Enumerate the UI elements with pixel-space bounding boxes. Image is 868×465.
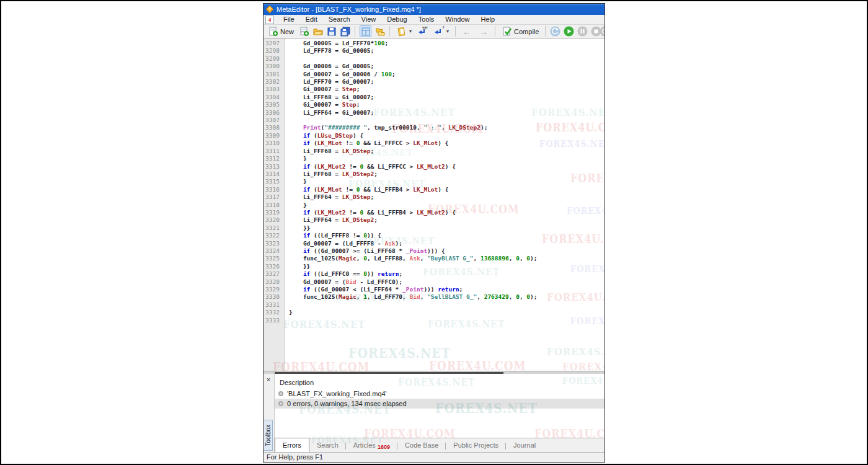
- code-area[interactable]: Gd_00005 = Ld_FFF70*100; Ld_FFF78 = Gd_0…: [286, 38, 604, 371]
- line-number: 3324: [264, 247, 285, 255]
- menu-help[interactable]: Help: [475, 15, 500, 24]
- menu-window[interactable]: Window: [440, 15, 475, 24]
- new-project-icon[interactable]: prj: [299, 26, 309, 37]
- menu-search[interactable]: Search: [323, 15, 356, 24]
- title-bar: MetaEditor - [BLAST_FX_working_Fixed.mq4…: [264, 4, 604, 15]
- code-line: Print("######### ", tmp_str00010, " : ",…: [289, 124, 604, 131]
- line-number: 3313: [264, 163, 285, 170]
- line-number: 3310: [264, 140, 285, 147]
- code-line: }}: [289, 263, 604, 270]
- line-number: 3302: [264, 78, 285, 86]
- tab-label: Errors: [283, 441, 301, 449]
- save-all-icon[interactable]: [340, 26, 350, 37]
- line-number: 3299: [264, 55, 285, 63]
- debug-history-icon[interactable]: [550, 26, 560, 37]
- tab-label: Code Base: [405, 441, 438, 449]
- tab-code-base[interactable]: Code Base: [397, 439, 446, 452]
- line-number: 3300: [264, 63, 285, 70]
- line-number: 3301: [264, 71, 285, 78]
- line-number: 3319: [264, 209, 285, 216]
- goto-variable-icon[interactable]: var: [417, 26, 428, 37]
- line-number: 3323: [264, 240, 285, 247]
- code-line: if (LK_MLot != 0 && Li_FFFB4 > LK_MLot) …: [289, 186, 604, 193]
- tab-journal[interactable]: Journal: [506, 439, 543, 452]
- code-line: [289, 301, 604, 309]
- result-row-text: 0 errors, 0 warnings, 134 msec elapsed: [287, 400, 407, 407]
- line-number: 3317: [264, 193, 285, 201]
- code-line: if (LUse_DStep) {: [289, 132, 604, 140]
- menu-edit[interactable]: Edit: [300, 15, 323, 24]
- navigate-back-icon[interactable]: ←: [460, 27, 474, 37]
- code-line: [289, 317, 604, 324]
- compile-button[interactable]: Compile: [500, 25, 541, 37]
- code-line: if ((Gd_00007 < (Li_FFF64 * _Point))) re…: [289, 286, 604, 293]
- line-number: 3329: [264, 286, 285, 293]
- window-layout-icon[interactable]: [360, 25, 371, 37]
- line-number: 3297: [264, 40, 285, 47]
- goto-function-button[interactable]: f ▾: [431, 25, 451, 37]
- code-line: Gi_00007 = Step;: [289, 101, 604, 108]
- toolbox-tab-bar: ErrorsSearchArticles1609Code BasePublic …: [275, 438, 604, 452]
- status-bar: For Help, press F1: [264, 452, 604, 462]
- toolbox-side-tab[interactable]: Toolbox: [264, 420, 273, 451]
- new-button-label: New: [280, 28, 294, 35]
- menu-debug[interactable]: Debug: [381, 15, 412, 24]
- line-number: 3312: [264, 155, 285, 162]
- bookmarks-button[interactable]: ▾: [394, 25, 414, 37]
- toolbox-side-strip: × Toolbox: [264, 374, 275, 452]
- gear-icon: [278, 401, 283, 406]
- tab-label: Public Projects: [453, 441, 498, 449]
- menu-file[interactable]: File: [278, 15, 300, 24]
- save-icon[interactable]: [326, 26, 337, 37]
- dropdown-caret-icon: ▾: [446, 29, 449, 34]
- close-toolbox-button[interactable]: ×: [264, 376, 273, 384]
- code-line: }: [289, 202, 604, 209]
- result-row[interactable]: 0 errors, 0 warnings, 134 msec elapsed: [275, 399, 604, 409]
- profiler-icon[interactable]: [600, 26, 605, 37]
- goto-function-icon: f: [433, 26, 444, 37]
- line-number: 3311: [264, 148, 285, 155]
- code-line: }}: [289, 224, 604, 232]
- code-line: if (LK_MLot != 0 && Li_FFFCC > LK_MLot) …: [289, 140, 604, 147]
- tab-public-projects[interactable]: Public Projects: [446, 439, 506, 452]
- code-line: Li_FFF68 = LK_DStep;: [289, 148, 604, 155]
- tab-articles[interactable]: Articles1609: [346, 439, 397, 452]
- navigate-forward-icon[interactable]: →: [477, 27, 490, 37]
- code-line: if (LK_MLot2 != 0 && Li_FFFB4 > LK_MLot2…: [289, 209, 604, 216]
- code-line: Li_FFF64 = Gi_00007;: [289, 109, 604, 117]
- toolbar-separator: [495, 26, 495, 37]
- navigator-folders-icon[interactable]: [374, 26, 385, 37]
- menu-tools[interactable]: Tools: [413, 15, 440, 24]
- line-number: 3332: [264, 309, 285, 316]
- gear-icon: [278, 391, 283, 396]
- code-line: Gd_00006 = Gd_00005;: [289, 63, 604, 70]
- code-line: Gd_00005 = Ld_FFF70*100;: [289, 40, 604, 47]
- line-number: 3314: [264, 170, 285, 178]
- code-line: if ((Gd_00007 >= (Li_FFF68 * _Point))) {: [289, 247, 604, 255]
- pause-debug-icon[interactable]: [577, 26, 588, 37]
- new-file-button[interactable]: New: [266, 25, 296, 37]
- code-editor[interactable]: 3297329832993300330133023303330433053306…: [264, 38, 604, 371]
- result-row[interactable]: 'BLAST_FX_working_Fixed.mq4': [275, 389, 604, 399]
- toolbox-panel: × Toolbox Description 'BLAST_FX_working_…: [264, 374, 604, 452]
- open-file-icon[interactable]: [312, 26, 323, 37]
- code-line: Ld_FFF70 = Gd_00007;: [289, 78, 604, 86]
- line-number: 3322: [264, 232, 285, 239]
- start-debug-icon[interactable]: [564, 26, 574, 37]
- code-line: func_1025(Magic, 1, Ld_FFF70, Bid, "Sell…: [289, 293, 604, 301]
- dropdown-caret-icon: ▾: [409, 29, 412, 34]
- line-number: 3316: [264, 186, 285, 193]
- tab-errors[interactable]: Errors: [275, 438, 309, 452]
- menu-view[interactable]: View: [356, 15, 382, 24]
- line-number: 3318: [264, 202, 285, 209]
- code-line: Gd_00007 = (Bid - Ld_FFFC0);: [289, 278, 604, 286]
- document-icon: 4: [265, 16, 274, 24]
- code-line: Gd_00007 = (Ld_FFFF8 - Ask);: [289, 240, 604, 247]
- line-number: 3303: [264, 86, 285, 93]
- bookmarks-icon: [396, 26, 407, 37]
- tab-search[interactable]: Search: [309, 439, 346, 452]
- code-line: Li_FFF64 = LK_DStep2;: [289, 216, 604, 224]
- line-number: 3333: [264, 317, 285, 324]
- line-number: 3325: [264, 255, 285, 262]
- toolbox-side-tab-label: Toolbox: [265, 425, 272, 446]
